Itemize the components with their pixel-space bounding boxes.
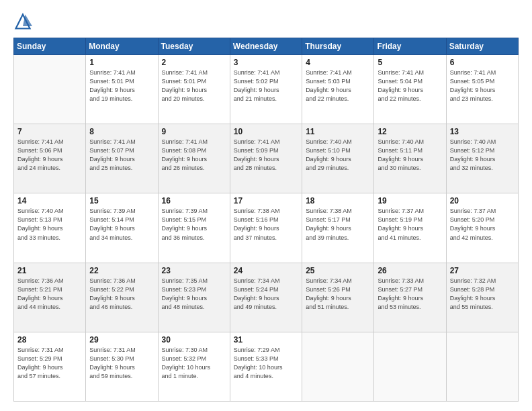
day-number: 19 bbox=[378, 196, 442, 205]
calendar-day-cell: 15Sunrise: 7:39 AMSunset: 5:14 PMDayligh… bbox=[86, 193, 158, 263]
calendar-week-row: 21Sunrise: 7:36 AMSunset: 5:21 PMDayligh… bbox=[14, 263, 519, 332]
calendar-day-cell bbox=[302, 332, 374, 401]
day-number: 2 bbox=[162, 58, 226, 67]
day-info: Sunrise: 7:31 AMSunset: 5:30 PMDaylight:… bbox=[89, 346, 154, 381]
calendar-day-cell: 24Sunrise: 7:34 AMSunset: 5:24 PMDayligh… bbox=[230, 263, 302, 332]
calendar-day-cell bbox=[446, 332, 518, 401]
day-number: 24 bbox=[234, 266, 298, 275]
day-info: Sunrise: 7:40 AMSunset: 5:12 PMDaylight:… bbox=[450, 138, 515, 173]
calendar-day-cell: 20Sunrise: 7:37 AMSunset: 5:20 PMDayligh… bbox=[446, 193, 518, 263]
calendar-day-cell: 6Sunrise: 7:41 AMSunset: 5:05 PMDaylight… bbox=[446, 55, 518, 124]
calendar-week-row: 14Sunrise: 7:40 AMSunset: 5:13 PMDayligh… bbox=[14, 193, 519, 263]
day-info: Sunrise: 7:41 AMSunset: 5:09 PMDaylight:… bbox=[234, 138, 298, 173]
day-info: Sunrise: 7:31 AMSunset: 5:29 PMDaylight:… bbox=[17, 346, 82, 381]
weekday-header-friday: Friday bbox=[374, 38, 446, 55]
calendar-day-cell: 26Sunrise: 7:33 AMSunset: 5:27 PMDayligh… bbox=[374, 263, 446, 332]
calendar-day-cell: 28Sunrise: 7:31 AMSunset: 5:29 PMDayligh… bbox=[14, 332, 86, 401]
day-number: 8 bbox=[89, 127, 154, 136]
day-number: 22 bbox=[89, 266, 154, 275]
day-info: Sunrise: 7:36 AMSunset: 5:22 PMDaylight:… bbox=[89, 277, 154, 312]
calendar-day-cell: 16Sunrise: 7:39 AMSunset: 5:15 PMDayligh… bbox=[158, 193, 230, 263]
calendar-day-cell: 23Sunrise: 7:35 AMSunset: 5:23 PMDayligh… bbox=[158, 263, 230, 332]
day-info: Sunrise: 7:34 AMSunset: 5:24 PMDaylight:… bbox=[234, 277, 298, 312]
day-number: 5 bbox=[378, 58, 442, 67]
calendar-day-cell bbox=[14, 55, 86, 124]
day-info: Sunrise: 7:35 AMSunset: 5:23 PMDaylight:… bbox=[162, 277, 226, 312]
weekday-header-wednesday: Wednesday bbox=[230, 38, 302, 55]
calendar-day-cell: 30Sunrise: 7:30 AMSunset: 5:32 PMDayligh… bbox=[158, 332, 230, 401]
calendar-day-cell: 5Sunrise: 7:41 AMSunset: 5:04 PMDaylight… bbox=[374, 55, 446, 124]
day-number: 13 bbox=[450, 127, 515, 136]
day-info: Sunrise: 7:32 AMSunset: 5:28 PMDaylight:… bbox=[450, 277, 515, 312]
day-number: 14 bbox=[17, 196, 82, 205]
day-info: Sunrise: 7:41 AMSunset: 5:06 PMDaylight:… bbox=[17, 138, 82, 173]
day-number: 20 bbox=[450, 196, 515, 205]
day-info: Sunrise: 7:41 AMSunset: 5:01 PMDaylight:… bbox=[162, 68, 226, 103]
day-info: Sunrise: 7:41 AMSunset: 5:07 PMDaylight:… bbox=[89, 138, 154, 173]
day-info: Sunrise: 7:36 AMSunset: 5:21 PMDaylight:… bbox=[17, 277, 82, 312]
calendar-week-row: 1Sunrise: 7:41 AMSunset: 5:01 PMDaylight… bbox=[14, 55, 519, 124]
calendar-day-cell: 22Sunrise: 7:36 AMSunset: 5:22 PMDayligh… bbox=[86, 263, 158, 332]
calendar-day-cell: 9Sunrise: 7:41 AMSunset: 5:08 PMDaylight… bbox=[158, 124, 230, 193]
day-number: 23 bbox=[162, 266, 226, 275]
day-number: 9 bbox=[162, 127, 226, 136]
day-info: Sunrise: 7:29 AMSunset: 5:33 PMDaylight:… bbox=[234, 346, 298, 381]
calendar-day-cell: 17Sunrise: 7:38 AMSunset: 5:16 PMDayligh… bbox=[230, 193, 302, 263]
day-info: Sunrise: 7:34 AMSunset: 5:26 PMDaylight:… bbox=[306, 277, 370, 312]
day-info: Sunrise: 7:39 AMSunset: 5:14 PMDaylight:… bbox=[89, 207, 154, 242]
logo-icon bbox=[13, 12, 32, 31]
calendar-day-cell: 12Sunrise: 7:40 AMSunset: 5:11 PMDayligh… bbox=[374, 124, 446, 193]
day-number: 30 bbox=[162, 335, 226, 345]
day-number: 28 bbox=[17, 335, 82, 345]
calendar-day-cell: 7Sunrise: 7:41 AMSunset: 5:06 PMDaylight… bbox=[14, 124, 86, 193]
day-number: 10 bbox=[234, 127, 298, 136]
day-info: Sunrise: 7:40 AMSunset: 5:10 PMDaylight:… bbox=[306, 138, 370, 173]
weekday-header-tuesday: Tuesday bbox=[158, 38, 230, 55]
weekday-header-saturday: Saturday bbox=[446, 38, 518, 55]
day-number: 17 bbox=[234, 196, 298, 205]
calendar-week-row: 28Sunrise: 7:31 AMSunset: 5:29 PMDayligh… bbox=[14, 332, 519, 401]
day-info: Sunrise: 7:30 AMSunset: 5:32 PMDaylight:… bbox=[162, 346, 226, 381]
weekday-header-row: SundayMondayTuesdayWednesdayThursdayFrid… bbox=[14, 38, 519, 55]
day-number: 26 bbox=[378, 266, 442, 275]
calendar-day-cell: 1Sunrise: 7:41 AMSunset: 5:01 PMDaylight… bbox=[86, 55, 158, 124]
calendar-day-cell: 14Sunrise: 7:40 AMSunset: 5:13 PMDayligh… bbox=[14, 193, 86, 263]
calendar-day-cell: 4Sunrise: 7:41 AMSunset: 5:03 PMDaylight… bbox=[302, 55, 374, 124]
day-info: Sunrise: 7:39 AMSunset: 5:15 PMDaylight:… bbox=[162, 207, 226, 242]
day-info: Sunrise: 7:41 AMSunset: 5:05 PMDaylight:… bbox=[450, 68, 515, 103]
calendar-day-cell: 31Sunrise: 7:29 AMSunset: 5:33 PMDayligh… bbox=[230, 332, 302, 401]
calendar-day-cell: 19Sunrise: 7:37 AMSunset: 5:19 PMDayligh… bbox=[374, 193, 446, 263]
day-info: Sunrise: 7:37 AMSunset: 5:20 PMDaylight:… bbox=[450, 207, 515, 242]
day-info: Sunrise: 7:40 AMSunset: 5:13 PMDaylight:… bbox=[17, 207, 82, 242]
day-number: 21 bbox=[17, 266, 82, 275]
calendar-day-cell: 21Sunrise: 7:36 AMSunset: 5:21 PMDayligh… bbox=[14, 263, 86, 332]
day-info: Sunrise: 7:41 AMSunset: 5:04 PMDaylight:… bbox=[378, 68, 442, 103]
day-number: 31 bbox=[234, 335, 298, 345]
day-number: 18 bbox=[306, 196, 370, 205]
day-number: 25 bbox=[306, 266, 370, 275]
day-number: 7 bbox=[17, 127, 82, 136]
calendar-day-cell: 10Sunrise: 7:41 AMSunset: 5:09 PMDayligh… bbox=[230, 124, 302, 193]
day-number: 11 bbox=[306, 127, 370, 136]
calendar-day-cell: 11Sunrise: 7:40 AMSunset: 5:10 PMDayligh… bbox=[302, 124, 374, 193]
calendar-day-cell: 2Sunrise: 7:41 AMSunset: 5:01 PMDaylight… bbox=[158, 55, 230, 124]
day-number: 6 bbox=[450, 58, 515, 67]
calendar-day-cell: 18Sunrise: 7:38 AMSunset: 5:17 PMDayligh… bbox=[302, 193, 374, 263]
calendar-week-row: 7Sunrise: 7:41 AMSunset: 5:06 PMDaylight… bbox=[14, 124, 519, 193]
logo bbox=[13, 12, 35, 31]
calendar-day-cell: 29Sunrise: 7:31 AMSunset: 5:30 PMDayligh… bbox=[86, 332, 158, 401]
calendar-day-cell: 3Sunrise: 7:41 AMSunset: 5:02 PMDaylight… bbox=[230, 55, 302, 124]
day-info: Sunrise: 7:41 AMSunset: 5:01 PMDaylight:… bbox=[89, 68, 154, 103]
day-number: 15 bbox=[89, 196, 154, 205]
calendar-table: SundayMondayTuesdayWednesdayThursdayFrid… bbox=[13, 38, 519, 402]
calendar-day-cell: 25Sunrise: 7:34 AMSunset: 5:26 PMDayligh… bbox=[302, 263, 374, 332]
weekday-header-thursday: Thursday bbox=[302, 38, 374, 55]
day-info: Sunrise: 7:41 AMSunset: 5:02 PMDaylight:… bbox=[234, 68, 298, 103]
day-info: Sunrise: 7:41 AMSunset: 5:08 PMDaylight:… bbox=[162, 138, 226, 173]
weekday-header-monday: Monday bbox=[86, 38, 158, 55]
page: SundayMondayTuesdayWednesdayThursdayFrid… bbox=[0, 0, 532, 411]
day-info: Sunrise: 7:38 AMSunset: 5:16 PMDaylight:… bbox=[234, 207, 298, 242]
weekday-header-sunday: Sunday bbox=[14, 38, 86, 55]
day-info: Sunrise: 7:40 AMSunset: 5:11 PMDaylight:… bbox=[378, 138, 442, 173]
day-number: 16 bbox=[162, 196, 226, 205]
